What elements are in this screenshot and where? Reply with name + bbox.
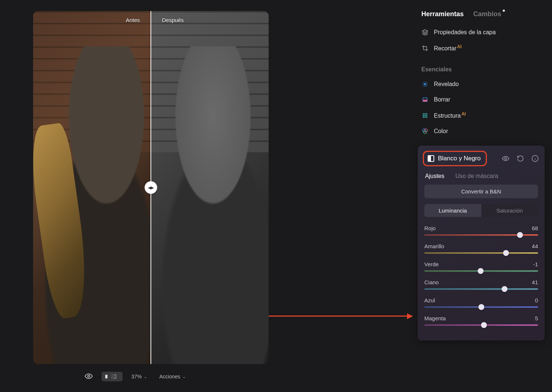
tool-label: Recortar — [434, 45, 456, 51]
svg-point-8 — [427, 84, 428, 85]
slider-thumb[interactable] — [502, 286, 507, 292]
chevron-down-icon: ⌄ — [183, 375, 185, 379]
svg-marker-3 — [422, 30, 428, 33]
info-icon[interactable] — [531, 155, 539, 162]
slider-thumb[interactable] — [478, 304, 484, 310]
tool-color[interactable]: Color — [418, 124, 545, 139]
zoom-value: 37% — [131, 374, 142, 379]
tool-crop[interactable]: RecortarAI — [418, 40, 545, 56]
slider-thumb[interactable] — [503, 250, 509, 256]
svg-point-6 — [425, 86, 425, 87]
svg-point-15 — [423, 113, 424, 115]
seg-saturation[interactable]: Saturación — [481, 204, 538, 217]
visibility-toggle-icon[interactable] — [85, 372, 93, 381]
slider-rojo[interactable]: Rojo 68 — [424, 225, 538, 236]
slider-value: 68 — [532, 225, 538, 231]
preview-before — [33, 11, 151, 364]
slider-verde[interactable]: Verde -1 — [424, 261, 538, 272]
annotation-arrow — [269, 316, 412, 317]
svg-point-23 — [426, 117, 428, 118]
slider-track[interactable] — [424, 306, 538, 308]
svg-point-27 — [505, 157, 507, 159]
preview-compare[interactable]: Antes Después ◀▶ — [33, 11, 269, 364]
slider-value: 0 — [535, 297, 538, 303]
svg-point-19 — [424, 115, 426, 116]
compare-handle[interactable]: ◀▶ — [145, 181, 157, 194]
tool-label: Color — [434, 128, 448, 135]
slider-value: -1 — [533, 261, 538, 267]
tool-structure[interactable]: EstructuraAI — [418, 107, 545, 123]
tool-develop[interactable]: Revelado — [418, 76, 545, 92]
compare-mode-toggle[interactable] — [102, 372, 123, 381]
undo-icon[interactable] — [517, 155, 524, 162]
bn-tab-mask[interactable]: Uso de máscara — [455, 173, 498, 179]
svg-point-21 — [423, 117, 424, 118]
black-white-icon — [428, 155, 434, 162]
bn-title: Blanco y Negro — [438, 155, 481, 162]
bn-mode-segment[interactable]: Luminancia Saturación — [424, 204, 538, 217]
slider-label: Magenta — [424, 315, 446, 321]
tool-label: Borrar — [434, 96, 450, 103]
slider-label: Rojo — [424, 225, 436, 231]
erase-icon — [421, 96, 429, 103]
bn-tab-adjust[interactable]: Ajustes — [425, 173, 444, 179]
svg-point-22 — [424, 117, 426, 118]
actions-dropdown[interactable]: Acciones ⌄ — [159, 374, 185, 379]
actions-label: Acciones — [159, 374, 180, 379]
slider-label: Amarillo — [424, 243, 444, 249]
svg-point-16 — [424, 113, 426, 115]
right-panel: Herramientas Cambios Propiedades de la c… — [418, 4, 545, 392]
convert-bn-button[interactable]: Convertir a B&N — [424, 185, 538, 198]
slider-track[interactable] — [424, 324, 538, 326]
develop-icon — [421, 81, 429, 88]
tool-label: Revelado — [434, 81, 459, 88]
svg-rect-14 — [423, 100, 427, 101]
slider-track[interactable] — [424, 234, 538, 236]
svg-point-17 — [426, 113, 428, 115]
svg-rect-2 — [114, 375, 116, 378]
svg-point-0 — [88, 375, 90, 377]
ai-badge: AI — [457, 44, 461, 49]
slider-label: Verde — [424, 261, 439, 267]
slider-value: 41 — [532, 279, 538, 285]
slider-thumb[interactable] — [481, 322, 487, 328]
svg-point-9 — [423, 82, 424, 83]
tool-layer-properties[interactable]: Propiedades de la capa — [418, 25, 545, 40]
eye-icon[interactable] — [502, 155, 509, 162]
slider-azul[interactable]: Azul 0 — [424, 297, 538, 308]
slider-track[interactable] — [424, 270, 538, 272]
tool-label: Estructura — [434, 113, 461, 119]
label-before: Antes — [33, 17, 151, 23]
slider-amarillo[interactable]: Amarillo 44 — [424, 243, 538, 254]
svg-point-18 — [423, 115, 424, 116]
tab-tools[interactable]: Herramientas — [421, 10, 464, 18]
zoom-dropdown[interactable]: 37% ⌄ — [131, 374, 147, 379]
layers-icon — [421, 29, 429, 36]
slider-track[interactable] — [424, 288, 538, 290]
section-essentials: Esenciales — [418, 56, 545, 76]
bn-title-highlight[interactable]: Blanco y Negro — [423, 151, 487, 166]
tab-changes[interactable]: Cambios — [473, 10, 501, 18]
chevron-down-icon: ⌄ — [144, 375, 147, 379]
tool-label: Propiedades de la capa — [434, 29, 496, 36]
slider-value: 44 — [532, 243, 538, 249]
changes-indicator-dot — [503, 10, 505, 12]
slider-track[interactable] — [424, 252, 538, 254]
label-after: Después — [151, 17, 269, 23]
slider-ciano[interactable]: Ciano 41 — [424, 279, 538, 290]
svg-point-20 — [426, 115, 428, 116]
seg-luminance[interactable]: Luminancia — [424, 204, 481, 217]
svg-point-5 — [425, 82, 425, 82]
slider-thumb[interactable] — [478, 268, 484, 274]
slider-label: Azul — [424, 297, 435, 303]
svg-point-12 — [426, 86, 427, 86]
svg-point-10 — [426, 82, 427, 83]
slider-magenta[interactable]: Magenta 5 — [424, 315, 538, 326]
tool-erase[interactable]: Borrar — [418, 92, 545, 107]
crop-icon — [421, 44, 429, 52]
slider-value: 5 — [535, 315, 538, 321]
svg-point-11 — [423, 86, 424, 86]
ai-badge: AI — [461, 111, 466, 117]
tool-panel-black-white: Blanco y Negro Ajustes Uso de máscara Co… — [418, 146, 545, 341]
slider-thumb[interactable] — [517, 232, 523, 238]
